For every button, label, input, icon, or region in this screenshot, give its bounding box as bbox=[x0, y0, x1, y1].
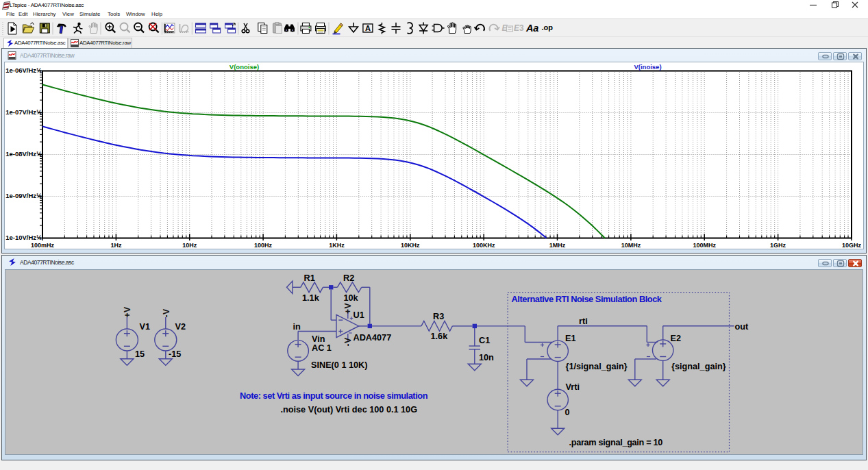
svg-text:Aa: Aa bbox=[525, 23, 539, 34]
svg-text:A: A bbox=[365, 24, 371, 32]
svg-text:.op: .op bbox=[542, 23, 554, 32]
svg-text:3: 3 bbox=[519, 23, 524, 33]
